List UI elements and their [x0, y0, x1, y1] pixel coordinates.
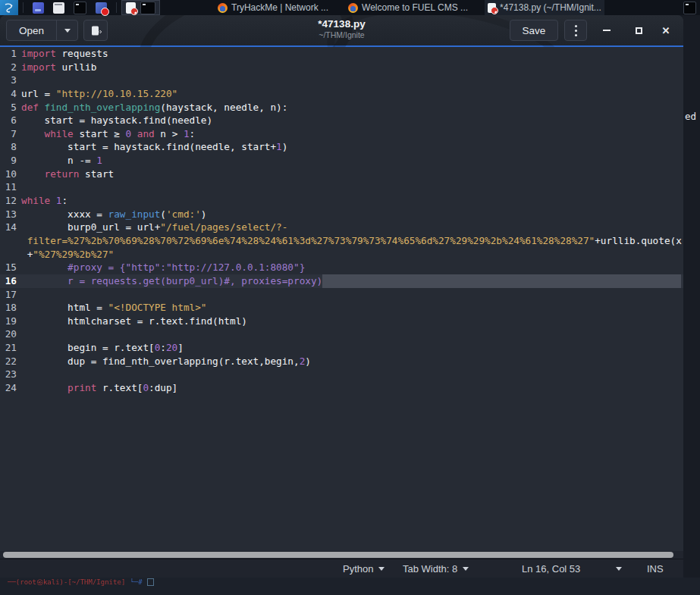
code-text: print r.text[0:dup] — [21, 381, 177, 395]
line-number: 20 — [0, 327, 17, 341]
kebab-icon — [575, 30, 577, 32]
terminal-prompt-blue: └─# — [130, 578, 142, 586]
maximize-button[interactable] — [627, 20, 650, 41]
kali-menu-button[interactable] — [0, 0, 18, 15]
terminal-prompt-sliver: ──(root㉿kali)-[~/THM/Ignite] └─# — [8, 578, 154, 586]
cursor-position[interactable]: Ln 16, Col 53 — [522, 559, 580, 578]
code-text: filter=%27%2b%70%69%28%70%72%69%6e%74%28… — [21, 234, 682, 248]
open-button-label[interactable]: Open — [7, 25, 56, 36]
active-app-group — [121, 0, 160, 15]
code-line: 19 htmlcharset = r.text.find(html) — [0, 315, 683, 328]
taskbar-window-partial[interactable] — [680, 0, 700, 15]
minimize-icon — [603, 30, 611, 31]
code-text: dup = find_nth_overlapping(r.text,begin,… — [21, 355, 311, 368]
taskbar-separator — [23, 2, 24, 13]
menu-button[interactable] — [564, 20, 587, 41]
code-text: import requests — [21, 47, 108, 61]
code-text: burp0_url = url+"/fuel/pages/select/?- — [21, 221, 287, 234]
horizontal-scrollbar[interactable] — [0, 551, 683, 559]
desktop: TryHackMe | Network ... Welcome to FUEL … — [0, 0, 700, 595]
screen-record-icon[interactable] — [96, 2, 107, 14]
line-number: 5 — [0, 101, 17, 114]
taskbar: TryHackMe | Network ... Welcome to FUEL … — [0, 0, 700, 15]
code-line: filter=%27%2b%70%69%28%70%72%69%6e%74%28… — [0, 234, 683, 248]
code-area[interactable]: 1import requests2import urllib34url = "h… — [0, 47, 683, 551]
taskbar-separator — [116, 2, 117, 13]
gedit-icon — [488, 3, 496, 13]
line-number: 14 — [0, 221, 17, 234]
code-line: 24 print r.text[0:dup] — [0, 381, 683, 395]
code-line: 17 — [0, 288, 683, 302]
background-window-bottom: ──(root㉿kali)-[~/THM/Ignite] └─# — [0, 578, 700, 595]
maximize-icon — [636, 27, 642, 34]
terminal-icon — [683, 2, 696, 14]
code-text: htmlcharset = r.text.find(html) — [21, 315, 247, 328]
chevron-down-icon — [616, 567, 622, 571]
chevron-down-icon — [378, 567, 385, 571]
code-line: 23 — [0, 368, 683, 381]
save-button-label: Save — [523, 25, 546, 36]
line-number: 16 — [0, 274, 17, 288]
position-dropdown[interactable] — [616, 559, 622, 578]
line-number: 11 — [0, 180, 17, 194]
line-number: 12 — [0, 194, 17, 208]
taskbar-window-tryhackme[interactable]: TryHackMe | Network ... — [215, 0, 331, 15]
close-icon: ✕ — [662, 26, 670, 36]
firefox-icon — [348, 3, 358, 13]
kebab-icon — [575, 34, 577, 36]
code-text: url = "http://10.10.15.220" — [21, 87, 177, 101]
line-number: 19 — [0, 315, 17, 328]
cursor-position-label: Ln 16, Col 53 — [522, 563, 580, 575]
new-document-button[interactable] — [83, 20, 108, 41]
terminal-icon[interactable] — [74, 2, 86, 14]
code-text: def find_nth_overlapping(haystack, needl… — [21, 101, 287, 114]
firefox-icon — [218, 3, 228, 13]
line-number: 18 — [0, 301, 17, 315]
chevron-down-icon — [64, 29, 71, 33]
background-text-fragment: ed — [685, 111, 696, 122]
language-selector[interactable]: Python — [343, 559, 385, 578]
gedit-window: Open *47138.py ~/THM/Ignite Save — [0, 15, 683, 578]
tab-width-label: Tab Width: 8 — [403, 563, 457, 575]
code-text: return start — [21, 168, 114, 181]
code-text: while 1: — [21, 194, 67, 208]
code-text: while start ≥ 0 and n > 1: — [21, 127, 195, 141]
background-window-right: ed — [683, 15, 700, 595]
minimize-button[interactable] — [595, 20, 618, 41]
file-manager-icon[interactable] — [33, 2, 44, 14]
open-dropdown-arrow[interactable] — [57, 29, 77, 33]
code-line: 14 burp0_url = url+"/fuel/pages/select/?… — [0, 221, 683, 234]
window-label: Welcome to FUEL CMS ... — [362, 2, 468, 13]
line-number: 8 — [0, 140, 17, 154]
code-line: 3 — [0, 74, 683, 87]
line-number: 2 — [0, 61, 17, 74]
code-line: 18 html = "<!DOCTYPE html>" — [0, 301, 683, 315]
taskbar-window-gedit[interactable]: *47138.py (~/THM/Ignit... — [485, 0, 604, 15]
code-line: 21 begin = r.text[0:20] — [0, 341, 683, 355]
save-button[interactable]: Save — [510, 20, 558, 41]
line-number: 10 — [0, 168, 17, 181]
taskbar-window-fuelcms[interactable]: Welcome to FUEL CMS ... — [345, 0, 471, 15]
close-button[interactable]: ✕ — [654, 20, 677, 41]
code-line: 15 #proxy = {"http":"http://127.0.0.1:80… — [0, 261, 683, 274]
line-number: 23 — [0, 368, 17, 381]
insert-mode-indicator: INS — [647, 559, 664, 578]
code-line: +"%27%29%2b%27" — [0, 248, 683, 261]
line-number: 3 — [0, 74, 17, 87]
gedit-icon[interactable] — [126, 2, 136, 14]
line-number — [0, 248, 17, 261]
open-button[interactable]: Open — [6, 20, 78, 41]
terminal-prompt-red: ──(root㉿kali)-[~/THM/Ignite] — [8, 578, 125, 586]
code-line: 1import requests — [0, 47, 683, 61]
line-number: 1 — [0, 47, 17, 61]
code-line: 12while 1: — [0, 194, 683, 208]
kebab-icon — [575, 25, 577, 27]
text-editor-icon[interactable] — [53, 2, 64, 14]
code-text: n -= 1 — [21, 154, 102, 168]
line-number — [0, 234, 17, 248]
tab-width-selector[interactable]: Tab Width: 8 — [403, 559, 469, 578]
terminal-window-icon[interactable] — [140, 2, 155, 14]
code-line: 11 — [0, 180, 683, 194]
language-label: Python — [343, 563, 373, 575]
scrollbar-thumb[interactable] — [3, 552, 673, 558]
